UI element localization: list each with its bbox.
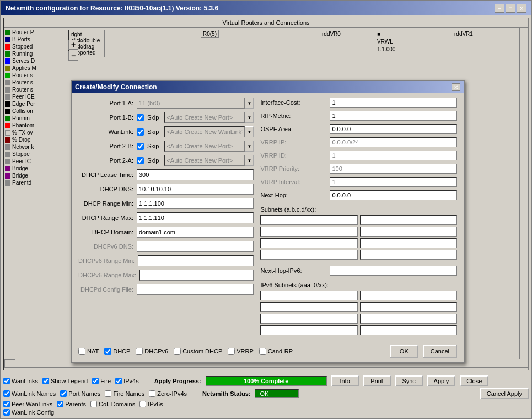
interface-cost-row: Interface-Cost: [260,98,457,108]
rip-metric-input[interactable] [330,111,457,121]
custom-dhcp-checkbox-label[interactable]: Custom DHCP [174,348,222,355]
dhcp-range-max-input[interactable] [137,212,254,223]
dhcp-dns-row: DHCP DNS: [78,184,254,195]
nexthop-label: Next-Hop: [260,192,326,198]
vrrp-id-label: VRRP ID: [260,152,326,159]
vrrp-interval-row: VRRP Interval: [260,177,457,187]
subnet-input-1b[interactable] [360,215,457,225]
interface-cost-input[interactable] [330,98,457,108]
subnet-input-4b[interactable] [360,250,457,260]
subnet-input-3b[interactable] [360,238,457,248]
nexthop-input[interactable] [330,190,457,200]
port1b-input[interactable] [164,112,245,123]
vrrp-interval-input[interactable] [330,177,457,187]
ipv6-subnet-input-3b[interactable] [360,314,457,324]
wanlink-skip-checkbox[interactable] [137,128,144,136]
dhcp-dialog-checkbox[interactable] [104,348,111,355]
port2a-skip-checkbox[interactable] [137,157,144,164]
vrrp-priority-row: VRRP Priority: [260,164,457,174]
port2b-label: Port 2-B: [78,143,133,149]
dhcpv6-dialog-checkbox-label[interactable]: DHCPv6 [136,348,168,355]
dialog-close-button[interactable]: ✕ [452,83,460,91]
nat-checkbox[interactable] [78,348,85,355]
dhcpv6-range-max-input[interactable] [139,270,254,281]
dhcp-range-min-input[interactable] [137,198,254,209]
nat-checkbox-label[interactable]: NAT [78,348,99,355]
dhcp-range-min-label: DHCP Range Min: [78,200,133,207]
wanlink-dropdown-arrow[interactable]: ▼ [245,126,254,137]
subnet-input-2b[interactable] [360,227,457,237]
ipv6-subnets-label: IPv6 Subnets (aaa::0/xx): [260,282,329,288]
port2a-dropdown-arrow[interactable]: ▼ [245,155,254,166]
dhcpv6-range-min-label: DHCPv6 Range Min: [78,257,135,264]
port1b-dropdown-arrow[interactable]: ▼ [245,112,254,123]
port1b-skip-checkbox[interactable] [137,114,144,121]
wanlink-input[interactable] [164,126,245,137]
dialog-title-bar: Create/Modify Connection ✕ [72,81,464,93]
custom-dhcp-checkbox[interactable] [174,348,181,355]
ipv6-subnet-input-2a[interactable] [260,302,357,312]
ospf-area-input[interactable] [330,124,457,134]
dhcpv6-dialog-checkbox[interactable] [136,348,143,355]
dhcp-range-max-label: DHCP Range Max: [78,214,133,221]
nexthop-ipv6-label: Next-Hop-IPv6: [260,267,326,274]
dhcp-dns-input[interactable] [137,184,254,195]
vrrp-dialog-checkbox-label[interactable]: VRRP [228,348,254,355]
port1a-dropdown-arrow[interactable]: ▼ [245,98,254,109]
ipv6-subnet-input-3a[interactable] [260,314,357,324]
ipv6-subnet-input-1a[interactable] [260,291,357,300]
ipv6-subnet-input-1b[interactable] [360,291,457,300]
footer-checkboxes: NAT DHCP DHCPv6 Custom DHCP VRRP [78,348,385,355]
dialog-body: Port 1-A: ▼ Port 1-B: Skip ▼ [72,93,464,341]
port1a-label: Port 1-A: [78,100,133,106]
dhcp-dialog-checkbox-label[interactable]: DHCP [104,348,130,355]
nexthop-row: Next-Hop: [260,190,457,200]
nexthop-ipv6-input[interactable] [330,266,457,276]
cand-rp-checkbox[interactable] [259,348,266,355]
modal-overlay: Create/Modify Connection ✕ Port 1-A: ▼ P… [0,0,532,419]
subnet-input-3a[interactable] [260,238,357,248]
port1a-row: Port 1-A: ▼ [78,98,254,109]
vrrp-id-input[interactable] [330,151,457,160]
wanlink-row: WanLink: Skip ▼ [78,126,254,137]
dhcpv6-range-min-input[interactable] [138,255,254,266]
cand-rp-checkbox-label[interactable]: Cand-RP [259,348,293,355]
interface-cost-label: Interface-Cost: [260,99,326,106]
subnet-input-1a[interactable] [260,215,357,225]
port2b-skip-checkbox[interactable] [137,143,144,150]
dhcp-domain-input[interactable] [137,227,254,238]
dialog-cancel-button[interactable]: Cancel [423,345,457,358]
port2b-dropdown-arrow[interactable]: ▼ [245,141,254,152]
port2b-input[interactable] [164,141,245,152]
ipv6-subnet-row-2 [260,302,457,312]
dhcp-lease-input[interactable] [137,169,254,180]
vrrp-ip-input[interactable] [330,137,457,147]
dhcpv6-range-max-label: DHCPv6 Range Max: [78,272,136,278]
rip-metric-row: RIP-Metric: [260,111,457,121]
port2a-skip-label: Skip [147,157,159,164]
dhcpv6-dns-input[interactable] [137,241,254,252]
dhcpv6-dns-row: DHCPv6 DNS: [78,241,254,252]
vrrp-id-row: VRRP ID: [260,151,457,160]
custom-dhcp-label: Custom DHCP [182,348,222,354]
port2b-skip-label: Skip [147,143,159,149]
ipv6-subnet-input-4a[interactable] [260,325,357,335]
dhcp-dialog-label: DHCP [113,348,130,354]
port2a-input[interactable] [164,155,245,166]
dialog-ok-button[interactable]: OK [390,345,418,358]
port1a-input[interactable] [137,98,245,109]
vrrp-priority-input[interactable] [330,164,457,174]
rip-metric-label: RIP-Metric: [260,112,326,119]
dhcp-range-max-row: DHCP Range Max: [78,212,254,223]
port1b-row: Port 1-B: Skip ▼ [78,112,254,123]
ipv6-subnet-row-1 [260,291,457,300]
subnet-input-4a[interactable] [260,250,357,260]
subnet-input-2a[interactable] [260,227,357,237]
vrrp-dialog-checkbox[interactable] [228,348,235,355]
dhcpd-config-input[interactable] [137,284,254,295]
port2a-row: Port 2-A: Skip ▼ [78,155,254,166]
wanlink-skip-label: Skip [147,128,159,135]
create-modify-dialog: Create/Modify Connection ✕ Port 1-A: ▼ P… [71,80,465,363]
ipv6-subnet-input-2b[interactable] [360,302,457,312]
ipv6-subnet-input-4b[interactable] [360,325,457,335]
